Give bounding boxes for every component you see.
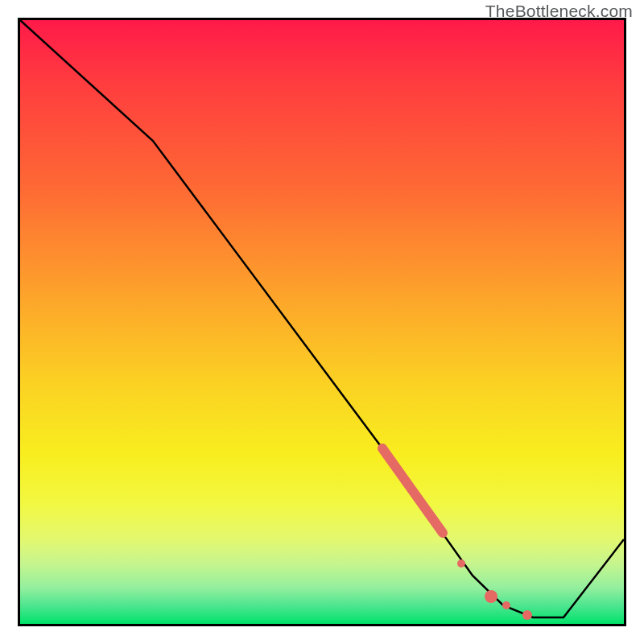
highlight-dot-2 bbox=[485, 590, 497, 603]
highlight-dot-4 bbox=[522, 610, 532, 620]
chart-svg bbox=[20, 20, 624, 624]
chart-container: TheBottleneck.com bbox=[0, 0, 644, 644]
plot-area bbox=[18, 18, 626, 626]
highlight-dot-3 bbox=[502, 601, 510, 609]
bottleneck-curve bbox=[20, 20, 624, 617]
highlight-dot-1 bbox=[457, 559, 465, 568]
highlight-segment bbox=[382, 448, 443, 533]
